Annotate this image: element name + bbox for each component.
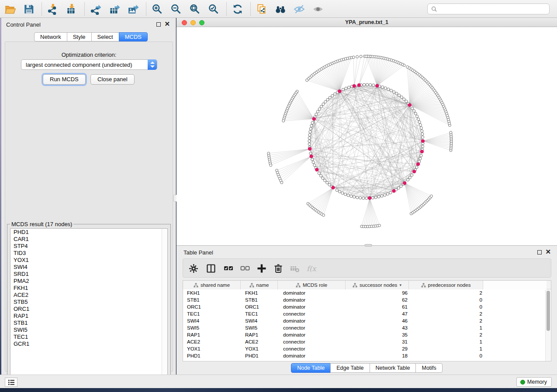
- mcds-hub-node[interactable]: [332, 186, 335, 189]
- column-header-name[interactable]: name: [241, 281, 278, 289]
- zoom-selected-icon[interactable]: [208, 3, 219, 15]
- network-node[interactable]: [411, 174, 413, 176]
- network-node[interactable]: [359, 196, 362, 199]
- network-node[interactable]: [280, 181, 283, 184]
- close-panel-button[interactable]: Close panel: [90, 74, 135, 85]
- task-history-button[interactable]: [5, 378, 17, 387]
- network-node[interactable]: [306, 79, 308, 82]
- network-node[interactable]: [270, 164, 272, 166]
- zoom-out-icon[interactable]: [170, 3, 182, 15]
- mcds-result-item[interactable]: PHD1: [10, 229, 167, 236]
- network-node[interactable]: [390, 89, 392, 92]
- network-node[interactable]: [341, 192, 344, 194]
- network-node[interactable]: [331, 94, 334, 97]
- table-row[interactable]: STB1STB1dominator620: [183, 296, 551, 303]
- mcds-result-item[interactable]: STB1: [10, 320, 167, 327]
- memory-button[interactable]: Memory: [516, 377, 552, 387]
- mcds-result-item[interactable]: SRD1: [10, 271, 167, 278]
- mcds-result-item[interactable]: TEC1: [10, 334, 167, 340]
- tab-mcds[interactable]: MCDS: [119, 32, 148, 41]
- network-node[interactable]: [407, 179, 409, 181]
- mcds-result-item[interactable]: FKH1: [10, 285, 167, 292]
- network-node[interactable]: [400, 185, 402, 187]
- tab-network[interactable]: Network: [34, 32, 67, 41]
- network-node[interactable]: [366, 83, 369, 86]
- mcds-hub-node[interactable]: [416, 162, 419, 165]
- table-row[interactable]: ACE2ACE2connector311: [183, 338, 551, 345]
- network-node[interactable]: [422, 136, 424, 138]
- network-node[interactable]: [450, 131, 452, 134]
- network-node[interactable]: [320, 105, 322, 108]
- network-node[interactable]: [347, 194, 349, 196]
- network-node[interactable]: [430, 195, 432, 197]
- network-node[interactable]: [348, 86, 350, 89]
- network-node[interactable]: [318, 108, 321, 110]
- network-node[interactable]: [309, 152, 312, 155]
- deselect-all-icon[interactable]: [240, 263, 250, 274]
- table-row[interactable]: ORC1ORC1dominator610: [183, 303, 551, 310]
- tab-style[interactable]: Style: [67, 32, 92, 41]
- import-network-icon[interactable]: [47, 3, 59, 15]
- export-table-icon[interactable]: [109, 3, 120, 15]
- network-node[interactable]: [319, 175, 322, 177]
- mcds-hub-node[interactable]: [315, 168, 318, 171]
- mcds-result-item[interactable]: ACE2: [10, 292, 167, 299]
- network-node[interactable]: [395, 92, 398, 95]
- network-node[interactable]: [393, 91, 395, 93]
- network-node[interactable]: [418, 121, 421, 124]
- network-node[interactable]: [322, 214, 325, 217]
- table-row[interactable]: PHD1PHD1dominator180: [183, 352, 551, 359]
- network-node[interactable]: [308, 137, 311, 139]
- import-table-icon[interactable]: [66, 3, 77, 15]
- mcds-hub-node[interactable]: [403, 182, 406, 185]
- network-node[interactable]: [316, 110, 319, 113]
- network-node[interactable]: [350, 195, 353, 197]
- network-node[interactable]: [420, 127, 422, 129]
- network-node[interactable]: [403, 98, 405, 100]
- mcds-hub-node[interactable]: [353, 84, 356, 87]
- network-node[interactable]: [362, 197, 365, 199]
- zoom-fit-icon[interactable]: [189, 3, 201, 15]
- network-node[interactable]: [384, 87, 387, 89]
- network-node[interactable]: [342, 88, 344, 91]
- network-node[interactable]: [345, 87, 347, 89]
- zoom-in-icon[interactable]: [152, 3, 163, 15]
- network-node[interactable]: [326, 98, 329, 101]
- mcds-hub-node[interactable]: [408, 103, 411, 107]
- mcds-result-item[interactable]: YOX1: [10, 257, 167, 264]
- network-node[interactable]: [322, 177, 324, 179]
- clone-network-icon[interactable]: [256, 3, 267, 15]
- mcds-result-item[interactable]: CAR1: [10, 236, 167, 243]
- network-node[interactable]: [318, 172, 320, 175]
- float-window-icon[interactable]: [537, 250, 542, 254]
- network-node[interactable]: [371, 196, 374, 199]
- network-node[interactable]: [328, 183, 331, 186]
- settings-icon[interactable]: [188, 263, 199, 274]
- network-node[interactable]: [324, 179, 326, 182]
- table-row[interactable]: TEC1TEC1connector472: [183, 310, 551, 317]
- network-node[interactable]: [365, 197, 368, 199]
- network-node[interactable]: [381, 195, 383, 197]
- search-neighbors-icon[interactable]: [275, 3, 286, 15]
- network-node[interactable]: [338, 190, 341, 193]
- network-node[interactable]: [365, 55, 367, 58]
- export-image-icon[interactable]: [128, 3, 139, 15]
- hide-details-icon[interactable]: [294, 3, 305, 15]
- table-row[interactable]: RAP1RAP1dominator352: [183, 331, 551, 338]
- search-input[interactable]: [439, 6, 549, 12]
- network-node[interactable]: [389, 191, 392, 194]
- network-node[interactable]: [308, 134, 311, 136]
- mcds-hub-node[interactable]: [312, 117, 315, 120]
- float-window-icon[interactable]: [156, 22, 161, 27]
- network-node[interactable]: [384, 194, 386, 196]
- network-node[interactable]: [421, 130, 423, 132]
- network-node[interactable]: [353, 196, 356, 198]
- network-node[interactable]: [400, 96, 403, 99]
- network-node[interactable]: [372, 84, 375, 86]
- network-node[interactable]: [419, 124, 422, 126]
- tab-node-table[interactable]: Node Table: [291, 363, 331, 373]
- mcds-result-item[interactable]: STP4: [10, 243, 167, 250]
- network-node[interactable]: [414, 112, 417, 115]
- network-node[interactable]: [311, 158, 314, 161]
- run-mcds-button[interactable]: Run MCDS: [43, 74, 86, 85]
